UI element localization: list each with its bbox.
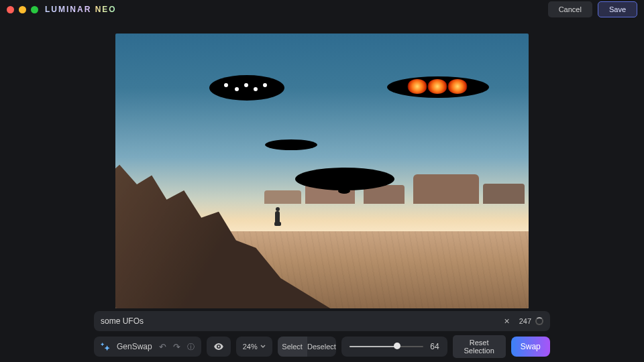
- genswap-tool[interactable]: GenSwap ↶ ↷ ⓘ: [94, 337, 201, 357]
- ufo-large: [295, 168, 394, 190]
- brush-size-control: 64: [341, 337, 447, 357]
- prompt-bar: × 247: [94, 311, 550, 331]
- zoom-control[interactable]: 24%: [236, 337, 272, 357]
- redo-icon[interactable]: ↷: [173, 342, 180, 352]
- info-icon[interactable]: ⓘ: [187, 342, 195, 352]
- ufo-white-lights: [209, 75, 284, 101]
- deselect-button[interactable]: Deselect: [307, 337, 337, 357]
- distant-mesa: [413, 174, 480, 204]
- distant-mesa: [264, 190, 301, 204]
- genswap-label: GenSwap: [117, 342, 152, 351]
- distant-mesa: [483, 184, 525, 204]
- save-button[interactable]: Save: [598, 1, 637, 17]
- brand-text-1: LUMINAR: [45, 5, 91, 14]
- brush-size-slider[interactable]: [350, 345, 423, 348]
- brand-text-2: NEO: [95, 5, 117, 14]
- close-window-icon[interactable]: [7, 6, 14, 13]
- cancel-button[interactable]: Cancel: [548, 1, 592, 17]
- ufo-small: [265, 139, 317, 150]
- seated-person: [272, 203, 284, 226]
- clear-prompt-icon[interactable]: ×: [501, 316, 512, 326]
- window-controls: [7, 6, 38, 13]
- loading-spinner-icon: [535, 317, 543, 325]
- ufo-orange-lights: [387, 76, 489, 98]
- brush-size-value: 64: [430, 342, 439, 351]
- titlebar: LUMINAR NEO Cancel Save: [0, 0, 644, 19]
- char-count: 247: [519, 317, 543, 325]
- minimize-window-icon[interactable]: [19, 6, 26, 13]
- undo-icon[interactable]: ↶: [159, 342, 166, 352]
- tool-row: GenSwap ↶ ↷ ⓘ 24% Select Deselect 64 Res…: [94, 337, 550, 357]
- zoom-value: 24%: [243, 343, 258, 351]
- image-canvas[interactable]: [115, 34, 529, 308]
- select-button[interactable]: Select: [278, 337, 307, 357]
- reset-selection-button[interactable]: Reset Selection: [453, 335, 506, 358]
- eye-icon: [213, 341, 224, 352]
- prompt-input[interactable]: [101, 316, 494, 326]
- bottom-panel: × 247 GenSwap ↶ ↷ ⓘ 24% Select Deselect: [0, 311, 644, 362]
- app-brand: LUMINAR NEO: [45, 5, 117, 14]
- svg-point-0: [217, 346, 219, 348]
- preview-toggle[interactable]: [207, 337, 231, 357]
- char-count-value: 247: [519, 317, 531, 325]
- select-mode-toggle: Select Deselect: [278, 337, 337, 357]
- fullscreen-window-icon[interactable]: [31, 6, 38, 13]
- genswap-icon: [101, 342, 110, 351]
- swap-button[interactable]: Swap: [511, 337, 550, 357]
- chevron-down-icon: [260, 344, 266, 349]
